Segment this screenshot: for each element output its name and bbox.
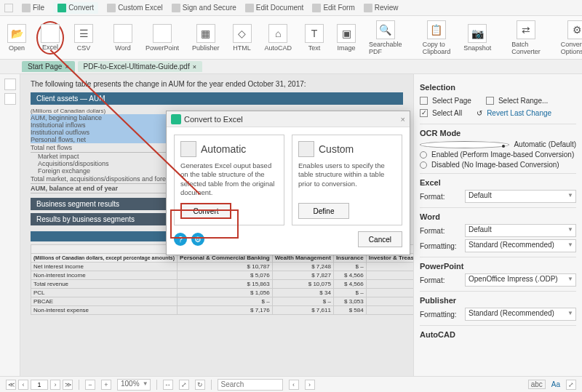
powerpoint-button[interactable]: PPowerPoint xyxy=(143,23,182,53)
publisher-formatting-select[interactable]: Standard (Recommended) xyxy=(465,308,576,321)
automatic-card: Automatic Generates Excel ouput based on… xyxy=(174,135,284,225)
tab-start-page[interactable]: Start Page× xyxy=(22,61,75,72)
menu-convert[interactable]: Convert xyxy=(53,2,98,14)
next-page-icon[interactable]: › xyxy=(50,380,60,390)
checkbox-icon[interactable] xyxy=(486,97,494,105)
app-icon xyxy=(4,4,13,12)
checkbox-icon[interactable] xyxy=(420,109,428,117)
table-row: Non-interest expense$ 7,176$ 7,611$ 584$… xyxy=(31,306,414,315)
define-button[interactable]: Define xyxy=(298,203,349,219)
fit-width-icon[interactable]: ↔ xyxy=(163,380,173,390)
batch-converter-button[interactable]: ⇄Batch Converter xyxy=(509,19,543,57)
menu-edit-document[interactable]: Edit Document xyxy=(245,4,304,12)
revert-icon[interactable]: ↺ xyxy=(477,109,482,117)
word-formatting-select[interactable]: Standard (Recommended) xyxy=(465,239,576,252)
last-page-icon[interactable]: ≫ xyxy=(63,380,73,390)
copy-clipboard-button[interactable]: 📋Copy to Clipboard xyxy=(420,19,454,57)
radio-icon[interactable] xyxy=(420,141,509,148)
menu-custom-excel[interactable]: Custom Excel xyxy=(107,4,163,12)
searchable-pdf-button[interactable]: 🔍Searchable PDF xyxy=(366,19,405,57)
left-tool-strip xyxy=(0,74,20,376)
autocad-button[interactable]: ⌂AutoCAD xyxy=(262,23,295,53)
snapshot-button[interactable]: 📷Snapshot xyxy=(461,23,494,53)
image-button[interactable]: ▣Image xyxy=(334,23,359,53)
close-icon[interactable]: × xyxy=(65,63,68,71)
search-next-icon[interactable]: › xyxy=(305,380,315,390)
dialog-title: Convert to Excel xyxy=(184,115,243,124)
ppt-format-select[interactable]: OpenOffice Impress (.ODP) xyxy=(465,273,576,287)
menu-file[interactable]: File xyxy=(22,4,44,12)
rotate-icon[interactable]: ↻ xyxy=(195,380,205,390)
table-row: Net interest income$ 10,787$ 7,248$ –$ 6… xyxy=(31,263,414,271)
page-input[interactable] xyxy=(31,380,48,390)
close-icon[interactable]: × xyxy=(193,63,196,71)
convert-button[interactable]: Convert xyxy=(180,203,231,219)
word-format-select[interactable]: Default xyxy=(465,224,576,237)
csv-button[interactable]: ☰CSV xyxy=(71,23,96,53)
convert-to-excel-dialog: Convert to Excel × Automatic Generates E… xyxy=(166,111,410,255)
table-row: PCL$ 1,056$ 34$ –$ –$ 62$ –$ 1,150$ 1,54… xyxy=(31,289,414,297)
tab-document[interactable]: PDF-to-Excel-Ultimate-Guide.pdf× xyxy=(78,61,202,72)
doc-intro: The following table presents the change … xyxy=(31,80,403,88)
radio-icon[interactable] xyxy=(420,161,427,169)
radio-icon[interactable] xyxy=(420,151,427,159)
excel-format-select[interactable]: Default xyxy=(465,190,576,203)
text-tool-icon[interactable]: abc xyxy=(528,380,546,389)
status-bar: ≪ ‹ › ≫ − + 100% ↔ ⤢ ↻ ‹ › abc Aa ⤢ xyxy=(0,376,582,392)
options-sidebar: Selection Select Page Select Range... Se… xyxy=(413,74,582,376)
zoom-select[interactable]: 100% xyxy=(117,379,151,391)
close-icon[interactable]: × xyxy=(401,115,405,124)
expand-icon[interactable]: ⤢ xyxy=(566,380,576,390)
zoom-out-icon[interactable]: − xyxy=(85,380,95,390)
word-button[interactable]: WWord xyxy=(111,23,135,53)
cancel-button[interactable]: Cancel xyxy=(358,231,402,247)
tool-bookmark-icon[interactable] xyxy=(4,93,16,105)
prev-page-icon[interactable]: ‹ xyxy=(18,380,28,390)
checkbox-icon[interactable] xyxy=(420,97,428,105)
html-button[interactable]: ◇HTML xyxy=(230,23,255,53)
ribbon-toolbar: 📂Open XExcel ☰CSV WWord PPowerPoint ▦Pub… xyxy=(0,16,582,60)
font-tool-icon[interactable]: Aa xyxy=(551,380,560,388)
dialog-icon xyxy=(171,114,181,124)
first-page-icon[interactable]: ≪ xyxy=(6,380,16,390)
open-button[interactable]: 📂Open xyxy=(4,23,29,53)
fit-page-icon[interactable]: ⤢ xyxy=(179,380,189,390)
menu-sign-secure[interactable]: Sign and Secure xyxy=(172,4,236,12)
conversion-options-button[interactable]: ⚙Conversion Options xyxy=(558,19,582,57)
custom-card: Custom Enables users to specify the tabl… xyxy=(292,135,402,225)
search-input[interactable] xyxy=(218,379,283,391)
view-list-icon[interactable] xyxy=(13,63,20,71)
table-row: Total revenue$ 15,863$ 10,075$ 4,566$ 2,… xyxy=(31,280,414,289)
section-bar: Client assets — AUM xyxy=(31,92,403,105)
menu-review[interactable]: Review xyxy=(364,4,399,12)
excel-button[interactable]: XExcel xyxy=(36,21,64,55)
publisher-button[interactable]: ▦Publisher xyxy=(189,23,223,53)
tab-strip: Start Page× PDF-to-Excel-Ultimate-Guide.… xyxy=(0,60,582,74)
menu-bar: File Convert Custom Excel Sign and Secur… xyxy=(0,0,582,16)
help-icon[interactable]: ? xyxy=(174,233,187,246)
automatic-icon xyxy=(180,141,196,157)
text-button[interactable]: TText xyxy=(302,23,327,53)
tool-pages-icon[interactable] xyxy=(4,79,16,90)
table-row: Non-interest income$ 5,076$ 7,827$ 4,566… xyxy=(31,271,414,280)
settings-icon[interactable]: ⚙ xyxy=(191,233,204,246)
custom-icon xyxy=(298,141,314,157)
view-grid-icon[interactable] xyxy=(4,63,12,71)
search-prev-icon[interactable]: ‹ xyxy=(289,380,299,390)
table-row: PBCAE$ –$ –$ 3,053$ –$ –$ –$ 3,053$ 3,42… xyxy=(31,297,414,306)
menu-edit-form[interactable]: Edit Form xyxy=(312,4,354,12)
zoom-in-icon[interactable]: + xyxy=(101,380,111,390)
